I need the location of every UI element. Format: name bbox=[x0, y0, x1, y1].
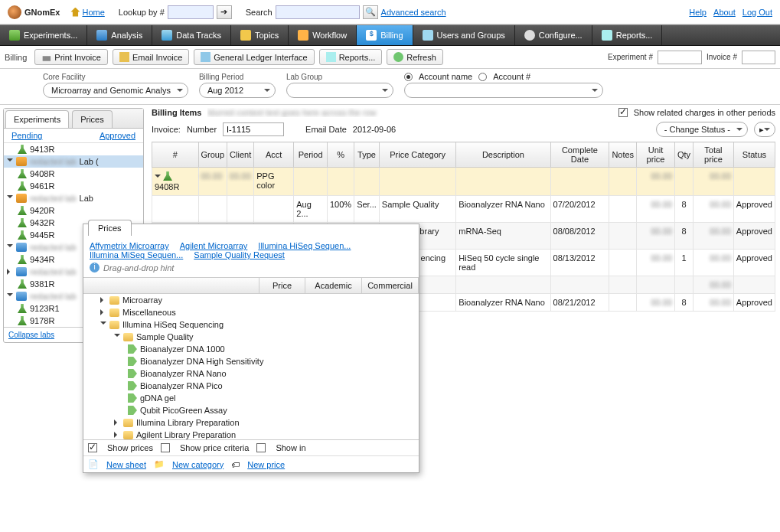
grid-header[interactable]: Complete Date bbox=[550, 142, 609, 168]
experiment-node[interactable]: 9420R bbox=[4, 204, 143, 217]
nav-reports[interactable]: Reports... bbox=[592, 25, 663, 45]
experiment-node[interactable]: 9413R bbox=[4, 143, 143, 155]
lab-node[interactable]: redacted lab Lab ( bbox=[4, 155, 143, 168]
folder-icon bbox=[109, 296, 119, 305]
grid-header[interactable]: Total price bbox=[694, 142, 734, 168]
grid-header[interactable]: % bbox=[328, 142, 354, 168]
core-facility-combo[interactable]: Microarray and Genomic Analys bbox=[43, 83, 188, 98]
grid-header[interactable]: Notes bbox=[609, 142, 637, 168]
workflow-icon bbox=[298, 30, 308, 41]
invoice-label: Invoice: bbox=[152, 125, 181, 134]
col-commercial: Commercial bbox=[362, 278, 419, 293]
billing-period-combo[interactable]: Aug 2012 bbox=[199, 83, 276, 98]
show-related-checkbox[interactable] bbox=[618, 108, 628, 117]
top-right-links: Help About Log Out bbox=[684, 8, 772, 17]
nav-experiments[interactable]: Experiments... bbox=[0, 25, 87, 45]
billing-row[interactable]: 9408R00.0000.00PPG color00.0000.00 bbox=[152, 168, 775, 196]
price-sheet-link[interactable]: Illumina MiSeq Sequen... bbox=[90, 250, 183, 259]
print-invoice-button[interactable]: Print Invoice bbox=[34, 49, 108, 65]
approved-link[interactable]: Approved bbox=[100, 131, 135, 140]
help-link[interactable]: Help bbox=[689, 8, 707, 17]
nav-configure[interactable]: Configure... bbox=[515, 25, 592, 45]
email-date-label: Email Date bbox=[305, 125, 347, 134]
nav-topics[interactable]: Topics bbox=[231, 25, 289, 45]
billing-icon: $ bbox=[366, 30, 377, 41]
lab-group-combo[interactable] bbox=[286, 83, 393, 98]
grid-header[interactable]: Unit price bbox=[637, 142, 675, 168]
nav-users-groups[interactable]: Users and Groups bbox=[413, 25, 515, 45]
billing-toolbar: Billing Print Invoice Email Invoice Gene… bbox=[0, 46, 780, 69]
experiment-node[interactable]: 9461R bbox=[4, 180, 143, 192]
grid-header[interactable]: Acct bbox=[254, 142, 294, 168]
grid-header[interactable]: Group bbox=[198, 142, 227, 168]
lab-icon bbox=[16, 267, 27, 276]
tracks-icon bbox=[162, 30, 172, 41]
about-link[interactable]: About bbox=[713, 8, 736, 17]
nav-data-tracks[interactable]: Data Tracks bbox=[152, 25, 231, 45]
nav-workflow[interactable]: Workflow bbox=[289, 25, 357, 45]
col-price: Price bbox=[259, 278, 305, 293]
app-name: GNomEx bbox=[24, 8, 60, 17]
prices-tab[interactable]: Prices bbox=[88, 220, 132, 236]
show-related-label: Show related charges in other periods bbox=[634, 108, 775, 117]
account-combo[interactable] bbox=[404, 83, 603, 98]
price-sheet-link[interactable]: Affymetrix Microarray bbox=[90, 241, 169, 250]
caret-icon bbox=[100, 309, 106, 315]
flask-icon bbox=[18, 255, 27, 264]
grid-header[interactable]: # bbox=[152, 142, 199, 168]
grid-header[interactable]: Description bbox=[456, 142, 550, 168]
account-name-radio[interactable] bbox=[404, 73, 413, 81]
lookup-go-button[interactable]: ➔ bbox=[217, 5, 232, 19]
invoice-num-input[interactable] bbox=[742, 51, 775, 64]
price-item-node[interactable]: Bioanalyzer DNA 1000 bbox=[83, 343, 419, 346]
logout-link[interactable]: Log Out bbox=[742, 8, 772, 17]
experiment-node[interactable]: 9408R bbox=[4, 168, 143, 180]
price-sheet-link[interactable]: Illumina HiSeq Sequen... bbox=[258, 241, 351, 250]
advanced-search-link[interactable]: Advanced search bbox=[381, 8, 446, 17]
grid-header[interactable]: Client bbox=[227, 142, 254, 168]
experiment-num-input[interactable] bbox=[658, 51, 702, 64]
price-sheet-links: Affymetrix MicroarrayAgilent MicroarrayI… bbox=[83, 237, 419, 261]
caret-icon bbox=[7, 269, 13, 275]
change-status-combo[interactable]: - Change Status - bbox=[656, 122, 748, 137]
ledger-icon bbox=[201, 52, 211, 62]
tab-experiments[interactable]: Experiments bbox=[5, 110, 69, 128]
grid-header[interactable]: Price Category bbox=[379, 142, 455, 168]
search-input[interactable] bbox=[276, 5, 360, 19]
flask-icon bbox=[18, 169, 27, 178]
nav-billing[interactable]: $Billing bbox=[357, 25, 413, 45]
grid-header[interactable]: Period bbox=[294, 142, 328, 168]
account-num-radio[interactable] bbox=[478, 73, 487, 81]
price-category-node[interactable]: Sample Quality bbox=[83, 331, 419, 343]
price-category-node[interactable]: Microarray bbox=[83, 294, 419, 306]
tab-prices[interactable]: Prices bbox=[72, 110, 113, 128]
price-tree[interactable]: MicroarrayMiscellaneousIllumina HiSeq Se… bbox=[83, 294, 419, 346]
billing-row[interactable]: Aug 2...100%Ser...Sample QualityBioanaly… bbox=[152, 196, 775, 223]
home-link[interactable]: Home bbox=[70, 8, 104, 17]
pending-link[interactable]: Pending bbox=[11, 131, 42, 140]
gl-interface-button[interactable]: General Ledger Interface bbox=[194, 49, 314, 65]
flask-icon bbox=[18, 230, 27, 240]
grid-header[interactable]: Status bbox=[733, 142, 775, 168]
price-sheet-link[interactable]: Agilent Microarray bbox=[180, 241, 248, 250]
grid-header[interactable]: Qty bbox=[674, 142, 693, 168]
caret-icon bbox=[100, 321, 106, 328]
price-category-node[interactable]: Illumina HiSeq Sequencing bbox=[83, 318, 419, 331]
reports-button[interactable]: Reports... bbox=[319, 49, 383, 65]
grid-header[interactable]: Type bbox=[354, 142, 380, 168]
refresh-button[interactable]: Refresh bbox=[387, 49, 443, 65]
caret-icon bbox=[114, 334, 120, 340]
email-invoice-button[interactable]: Email Invoice bbox=[113, 49, 189, 65]
status-action-button[interactable]: ▸ bbox=[754, 122, 775, 137]
lab-node[interactable]: redacted lab Lab bbox=[4, 192, 143, 204]
analysis-icon bbox=[96, 30, 107, 41]
invoice-number-input[interactable] bbox=[223, 122, 284, 136]
search-button[interactable]: 🔍 bbox=[363, 5, 378, 19]
price-sheet-link[interactable]: Sample Quality Request bbox=[194, 250, 285, 259]
billing-period-label: Billing Period bbox=[199, 73, 276, 81]
caret-icon bbox=[7, 195, 13, 201]
lookup-input[interactable] bbox=[168, 5, 214, 19]
nav-analysis[interactable]: Analysis bbox=[87, 25, 152, 45]
price-category-node[interactable]: Miscellaneous bbox=[83, 306, 419, 318]
prices-panel: Prices Affymetrix MicroarrayAgilent Micr… bbox=[83, 224, 419, 346]
